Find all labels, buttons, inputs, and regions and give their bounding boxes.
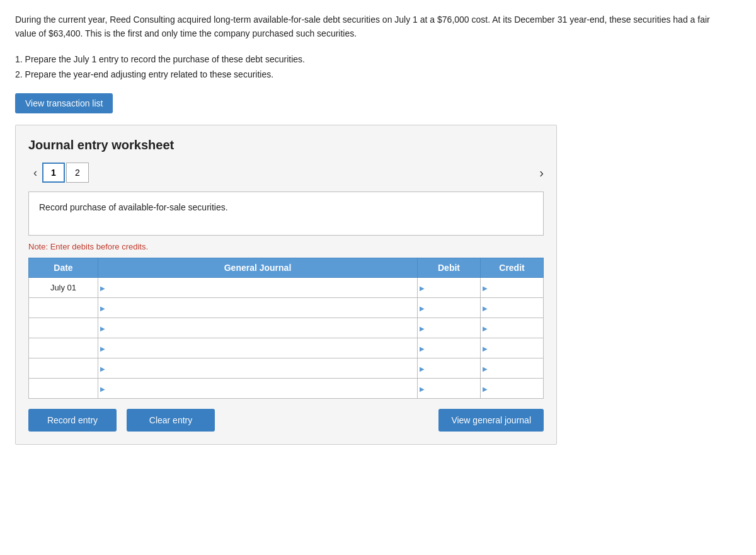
view-general-journal-button[interactable]: View general journal (438, 409, 544, 432)
col-header-journal: General Journal (98, 258, 418, 278)
debit-input-4[interactable] (418, 358, 480, 378)
description-text: During the current year, Reed Consulting… (15, 13, 733, 41)
table-row (29, 338, 544, 358)
chevron-left-icon[interactable]: ‹ (28, 164, 42, 182)
record-entry-button[interactable]: Record entry (28, 409, 117, 432)
chevron-right-icon[interactable]: › (539, 166, 544, 180)
debit-cell-2[interactable] (418, 318, 481, 338)
instruction-line1: 1. Prepare the July 1 entry to record th… (15, 52, 741, 67)
journal-cell-4[interactable] (98, 358, 418, 379)
journal-cell-5[interactable] (98, 379, 418, 399)
journal-table: Date General Journal Debit Credit July 0… (28, 258, 544, 399)
credit-cell-4[interactable] (481, 358, 544, 379)
date-cell-5 (29, 379, 98, 399)
journal-input-4[interactable] (98, 358, 417, 378)
journal-input-0[interactable] (98, 278, 417, 297)
tab-2[interactable]: 2 (66, 163, 89, 183)
debit-cell-4[interactable] (418, 358, 481, 379)
table-row (29, 358, 544, 379)
journal-input-3[interactable] (98, 338, 417, 358)
debit-cell-3[interactable] (418, 338, 481, 358)
credit-input-3[interactable] (481, 338, 543, 358)
credit-cell-1[interactable] (481, 298, 544, 318)
clear-entry-button[interactable]: Clear entry (127, 409, 215, 432)
journal-cell-0[interactable] (98, 278, 418, 298)
debit-input-5[interactable] (418, 379, 480, 398)
journal-cell-2[interactable] (98, 318, 418, 338)
instruction-line2: 2. Prepare the year-end adjusting entry … (15, 67, 741, 83)
worksheet-title: Journal entry worksheet (28, 138, 544, 152)
credit-cell-2[interactable] (481, 318, 544, 338)
credit-cell-5[interactable] (481, 379, 544, 399)
debit-cell-5[interactable] (418, 379, 481, 399)
instructions: 1. Prepare the July 1 entry to record th… (15, 52, 741, 83)
entry-description-box: Record purchase of available-for-sale se… (28, 192, 544, 236)
debit-input-3[interactable] (418, 338, 480, 358)
table-row: July 01 (29, 278, 544, 298)
journal-cell-1[interactable] (98, 298, 418, 318)
table-row (29, 318, 544, 338)
debit-cell-0[interactable] (418, 278, 481, 298)
journal-input-5[interactable] (98, 379, 417, 398)
col-header-credit: Credit (481, 258, 544, 278)
journal-input-1[interactable] (98, 298, 417, 318)
credit-cell-3[interactable] (481, 338, 544, 358)
table-row (29, 379, 544, 399)
date-cell-2 (29, 318, 98, 338)
debit-cell-1[interactable] (418, 298, 481, 318)
debit-input-0[interactable] (418, 278, 480, 297)
note-text: Note: Enter debits before credits. (28, 242, 544, 251)
date-cell-0: July 01 (29, 278, 98, 298)
credit-input-1[interactable] (481, 298, 543, 318)
debit-input-1[interactable] (418, 298, 480, 318)
credit-cell-0[interactable] (481, 278, 544, 298)
debit-input-2[interactable] (418, 318, 480, 338)
tab-1[interactable]: 1 (42, 163, 65, 183)
col-header-debit: Debit (418, 258, 481, 278)
journal-worksheet: Journal entry worksheet ‹ 1 2 › Record p… (15, 125, 557, 445)
table-row (29, 298, 544, 318)
journal-cell-3[interactable] (98, 338, 418, 358)
col-header-date: Date (29, 258, 98, 278)
date-cell-4 (29, 358, 98, 379)
date-cell-3 (29, 338, 98, 358)
credit-input-0[interactable] (481, 278, 543, 297)
journal-input-2[interactable] (98, 318, 417, 338)
date-cell-1 (29, 298, 98, 318)
entry-description-text: Record purchase of available-for-sale se… (39, 202, 228, 212)
credit-input-2[interactable] (481, 318, 543, 338)
credit-input-5[interactable] (481, 379, 543, 398)
view-transaction-button[interactable]: View transaction list (15, 93, 113, 113)
action-buttons: Record entry Clear entry View general jo… (28, 409, 544, 432)
credit-input-4[interactable] (481, 358, 543, 378)
tab-navigation: ‹ 1 2 › (28, 163, 544, 183)
